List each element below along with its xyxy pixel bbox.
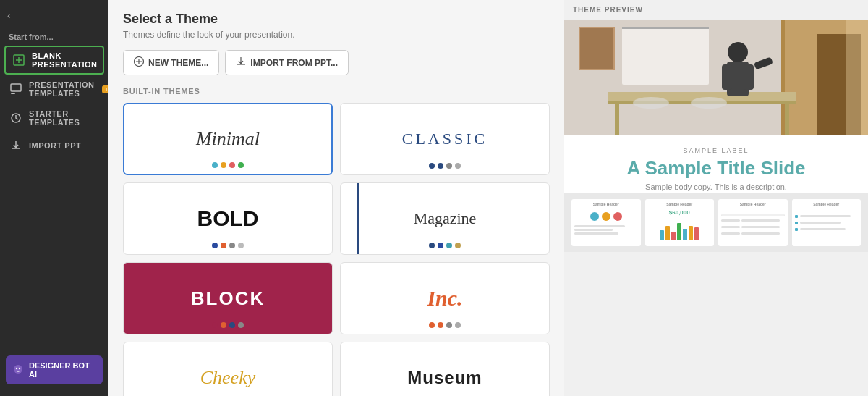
- bot-icon: [13, 364, 23, 376]
- import-ppt-button[interactable]: IMPORT FROM PPT...: [225, 50, 349, 75]
- theme-dots-block: [212, 322, 244, 328]
- thumb-header-4: Sample Header: [813, 202, 839, 206]
- page-subtitle: Themes define the look of your presentat…: [123, 30, 550, 40]
- thumb-header-1: Sample Header: [593, 202, 619, 206]
- new-theme-button[interactable]: NEW THEME...: [123, 50, 219, 75]
- theme-name-bold: BOLD: [197, 206, 259, 231]
- theme-dots-bold: [212, 243, 244, 248]
- preview-image: [564, 20, 868, 135]
- theme-dots-magazine: [429, 243, 461, 248]
- theme-dots-minimal: [212, 162, 244, 168]
- thumb-icon-1: [590, 212, 599, 221]
- svg-rect-22: [622, 27, 709, 85]
- theme-name-block: BLOCK: [191, 287, 265, 310]
- theme-name-classic: CLASSIC: [402, 130, 488, 148]
- thumbnail-list[interactable]: Sample Header: [792, 199, 861, 246]
- import-ppt-icon: [236, 56, 246, 69]
- preview-title-highlight: Title Slide: [717, 157, 805, 179]
- thumb-value: $60,000: [669, 209, 690, 216]
- thumbnail-icons[interactable]: Sample Header: [571, 199, 641, 246]
- thumb-table-lines: [721, 212, 785, 236]
- svg-rect-16: [785, 104, 789, 135]
- svg-rect-1: [11, 84, 21, 91]
- thumbnail-table[interactable]: Sample Header: [718, 199, 788, 246]
- theme-card-block[interactable]: BLOCK: [123, 262, 333, 334]
- theme-name-museum: Museum: [407, 368, 482, 388]
- plus-icon: [134, 56, 144, 69]
- templates-icon: [9, 82, 23, 96]
- import-label: IMPORT PPT: [29, 141, 81, 150]
- theme-name-magazine: Magazine: [414, 209, 477, 228]
- import-ppt-label: IMPORT FROM PPT...: [250, 58, 338, 68]
- designer-bot-label: DESIGNER BOT AI: [29, 361, 95, 379]
- svg-rect-10: [781, 20, 785, 135]
- back-button[interactable]: ‹: [0, 6, 109, 25]
- theme-name-minimal: Minimal: [196, 128, 260, 150]
- svg-point-17: [728, 42, 748, 62]
- main-content: Select a Theme Themes define the look of…: [109, 0, 564, 396]
- theme-card-museum[interactable]: Museum: [340, 342, 550, 396]
- starter-icon: [9, 111, 23, 125]
- themes-grid: Minimal CLASSIC BOLD: [123, 103, 550, 396]
- page-title: Select a Theme: [123, 12, 550, 27]
- thumb-icon-2: [602, 212, 610, 221]
- sidebar: ‹ Start from... BLANK PRESENTATION PRESE…: [0, 0, 109, 396]
- svg-rect-23: [622, 27, 709, 29]
- sidebar-item-templates[interactable]: PRESENTATION TEMPLATES TEAM: [0, 75, 109, 104]
- theme-card-magazine[interactable]: Magazine: [340, 182, 550, 255]
- preview-main-slide: SAMPLE LABEL A Sample Title Slide Sample…: [564, 20, 868, 193]
- svg-rect-2: [11, 93, 15, 94]
- theme-dots-inc: [429, 322, 461, 328]
- preview-content: SAMPLE LABEL A Sample Title Slide Sample…: [564, 135, 868, 193]
- theme-card-minimal[interactable]: Minimal: [123, 103, 333, 175]
- magazine-accent-line: [357, 183, 359, 254]
- preview-sample-label: SAMPLE LABEL: [582, 147, 851, 154]
- thumb-icons-row: [590, 212, 622, 221]
- blank-icon: [12, 53, 26, 67]
- blank-label: BLANK PRESENTATION: [32, 51, 98, 69]
- thumb-icon-3: [613, 212, 622, 221]
- preview-title-plain: A Sample: [626, 157, 717, 179]
- theme-name-cheeky: Cheeky: [200, 367, 256, 389]
- designer-bot-button[interactable]: DESIGNER BOT AI: [6, 355, 103, 384]
- svg-point-4: [14, 365, 22, 374]
- theme-dots-classic: [429, 163, 461, 169]
- theme-name-inc: Inc.: [427, 286, 462, 311]
- preview-label: THEME PREVIEW: [564, 0, 868, 20]
- theme-card-inc[interactable]: Inc.: [340, 262, 550, 334]
- svg-rect-19: [722, 64, 732, 90]
- theme-card-bold[interactable]: BOLD: [123, 182, 333, 255]
- thumbnail-chart[interactable]: Sample Header $60,000: [645, 199, 715, 246]
- start-from-label: Start from...: [0, 25, 109, 46]
- thumb-header-2: Sample Header: [666, 202, 692, 206]
- preview-body: Sample body copy. This is a description.: [582, 182, 851, 191]
- svg-point-27: [691, 97, 727, 109]
- starter-label: STARTER TEMPLATES: [29, 109, 100, 127]
- svg-point-6: [19, 368, 20, 369]
- thumb-lines-1: [574, 224, 638, 236]
- thumb-list-lines: [795, 212, 859, 233]
- action-buttons: NEW THEME... IMPORT FROM PPT...: [123, 50, 550, 75]
- theme-card-cheeky[interactable]: Cheeky: [123, 342, 333, 396]
- import-icon: [9, 138, 23, 153]
- sidebar-item-starter[interactable]: STARTER TEMPLATES: [0, 104, 109, 132]
- back-icon: ‹: [7, 10, 10, 21]
- new-theme-label: NEW THEME...: [148, 58, 208, 68]
- preview-thumbnails: Sample Header Sample Header $60,000: [564, 193, 868, 252]
- svg-rect-15: [615, 104, 619, 135]
- built-in-section-label: BUILT-IN THEMES: [123, 87, 550, 96]
- sidebar-item-import[interactable]: IMPORT PPT: [0, 132, 109, 159]
- svg-rect-28: [846, 20, 868, 135]
- templates-label: PRESENTATION TEMPLATES: [29, 80, 95, 98]
- svg-point-26: [633, 97, 669, 109]
- preview-panel: THEME PREVIEW: [564, 0, 868, 396]
- svg-point-5: [16, 368, 17, 369]
- svg-rect-25: [580, 28, 613, 69]
- theme-card-classic[interactable]: CLASSIC: [340, 103, 550, 175]
- sidebar-item-blank[interactable]: BLANK PRESENTATION: [4, 46, 104, 75]
- thumb-chart: [660, 219, 699, 240]
- thumb-header-3: Sample Header: [740, 202, 766, 206]
- svg-rect-20: [744, 64, 754, 90]
- preview-title: A Sample Title Slide: [582, 157, 851, 180]
